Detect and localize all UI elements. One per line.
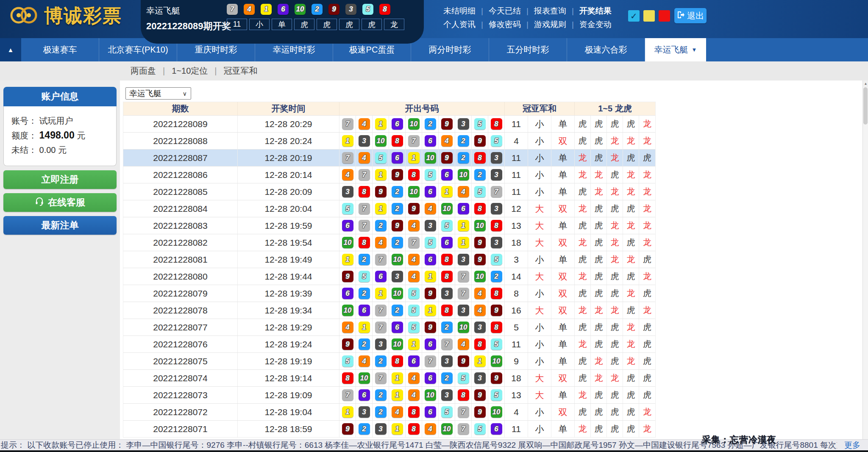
number-ball-8: 8 (342, 372, 353, 384)
table-row[interactable]: 2022122807812-28 19:341067251834916大双龙龙龙… (123, 302, 655, 319)
ball-cell: 8 (406, 404, 422, 420)
game-select-dropdown[interactable]: 幸运飞艇 ∨ (125, 87, 191, 100)
big-small-cell: 大 (528, 268, 551, 285)
menu-item[interactable]: 资金变动 (579, 19, 612, 30)
current-result-box: 虎 (294, 19, 314, 30)
ball-cell: 3 (389, 268, 406, 285)
ball-cell: 6 (422, 404, 439, 420)
dragon-tiger-cell: 龙 (607, 251, 623, 268)
number-ball-1: 1 (359, 322, 370, 333)
table-row[interactable]: 2022122807512-28 19:19542867391109小单虎龙虎龙… (123, 352, 655, 369)
number-ball-1: 1 (408, 338, 420, 350)
big-small-cell: 小 (528, 319, 551, 336)
number-ball-8: 8 (491, 322, 502, 333)
ball-cell: 4 (406, 268, 422, 285)
dragon-tiger-cell: 虎 (639, 251, 655, 268)
number-ball-8: 8 (491, 220, 502, 231)
table-row[interactable]: 2022122807912-28 19:39621105937488小双虎虎虎龙… (123, 285, 655, 302)
subnav-item[interactable]: 1~10定位 (172, 65, 208, 77)
table-row[interactable]: 2022122808912-28 20:297416102935811小单虎虎虎… (123, 115, 655, 132)
subnav-item[interactable]: 两面盘 (131, 65, 156, 77)
ball-cell: 9 (389, 166, 406, 183)
odd-even-cell: 双 (551, 268, 575, 285)
number-ball-2: 2 (392, 186, 403, 197)
big-small-cell: 大 (528, 387, 551, 403)
table-row[interactable]: 2022122808312-28 19:596729435110813大单虎虎龙… (123, 217, 655, 234)
table-row[interactable]: 2022122808712-28 20:197456110928311小单龙虎龙… (123, 149, 655, 166)
ball-cell: 7 (373, 319, 389, 336)
table-row[interactable]: 2022122807412-28 19:148107146253918大双虎龙龙… (123, 369, 655, 386)
dragon-tiger-cell: 龙 (575, 387, 591, 403)
number-ball-7: 7 (441, 338, 453, 350)
number-ball-8: 8 (474, 338, 486, 350)
number-ball-10: 10 (342, 237, 353, 248)
draw-time-cell: 12-28 20:04 (238, 200, 339, 217)
brand-name: 博诚彩票 (44, 3, 122, 28)
draw-time-cell: 12-28 20:09 (238, 183, 339, 200)
period-cell: 20221228085 (123, 183, 238, 200)
number-ball-10: 10 (441, 423, 453, 435)
table-row[interactable]: 2022122807312-28 19:097621410389513大单龙虎虎… (123, 386, 655, 403)
table-row[interactable]: 2022122808512-28 20:093892106145711小单虎龙龙… (123, 183, 655, 200)
dragon-tiger-cell: 龙 (639, 234, 655, 251)
number-ball-9: 9 (491, 372, 502, 384)
number-ball-8: 8 (359, 237, 370, 248)
logout-button[interactable]: 退出 (674, 8, 707, 23)
scroll-up-arrow-icon[interactable]: ▲ (863, 80, 868, 87)
table-row[interactable]: 2022122808612-28 20:144719856102311小单龙龙虎… (123, 166, 655, 183)
menu-item[interactable]: 报表查询 (534, 6, 566, 17)
menu-item[interactable]: 未结明细 (443, 6, 476, 17)
ball-cell: 1 (339, 133, 356, 149)
ball-cell: 3 (488, 150, 505, 166)
ball-cell: 8 (389, 133, 406, 149)
register-button-label: 立即注册 (42, 173, 79, 186)
table-row[interactable]: 2022122807612-28 19:249231016748511小单龙虎虎… (123, 336, 655, 352)
table-row[interactable]: 2022122808012-28 19:449563418710214大双龙虎虎… (123, 268, 655, 285)
ball-cell: 2 (373, 353, 389, 369)
big-small-cell: 小 (528, 336, 551, 352)
big-small-cell: 小 (528, 404, 551, 420)
dragon-tiger-cell: 龙 (639, 217, 655, 234)
dragon-tiger-cell: 龙 (639, 200, 655, 217)
number-ball-9: 9 (491, 305, 502, 316)
menu-item[interactable]: 开奖结果 (579, 6, 612, 17)
subnav-separator: | (163, 66, 165, 76)
ball-cell: 9 (339, 268, 356, 285)
current-result-box: 小 (249, 19, 270, 30)
game-tab[interactable]: 幸运飞艇▼ (645, 38, 706, 61)
table-row[interactable]: 2022122808412-28 20:045712941068312大双龙虎虎… (123, 200, 655, 217)
menu-item[interactable]: 修改密码 (489, 19, 521, 30)
theme-swatch[interactable] (643, 10, 655, 22)
ball-cell: 3 (422, 217, 439, 234)
theme-swatch[interactable] (659, 10, 670, 22)
nav-collapse-button[interactable]: ▲ (0, 38, 21, 61)
number-ball-5: 5 (408, 288, 420, 299)
game-tab[interactable]: 极速六合彩 (567, 38, 645, 61)
scrollbar-thumb[interactable] (863, 87, 868, 125)
table-row[interactable]: 2022122808812-28 20:24131087642954小双虎虎龙龙… (123, 132, 655, 149)
theme-swatch[interactable]: ✓ (628, 10, 640, 22)
table-row[interactable]: 2022122807212-28 19:04132486579104小双虎虎虎虎… (123, 403, 655, 420)
register-button[interactable]: 立即注册 (3, 170, 117, 189)
game-tab[interactable]: 极速赛车 (21, 38, 99, 61)
table-row[interactable]: 2022122808212-28 19:541084275619318大双龙虎龙… (123, 234, 655, 251)
number-ball-4: 4 (408, 220, 420, 231)
vertical-scrollbar[interactable]: ▲ ▼ (862, 80, 868, 450)
game-tab[interactable]: 两分时时彩 (411, 38, 489, 61)
table-row[interactable]: 2022122807712-28 19:29417659210385小单虎虎虎龙… (123, 319, 655, 336)
more-link[interactable]: 更多 (844, 440, 860, 451)
menu-item[interactable]: 游戏规则 (534, 19, 566, 30)
latest-orders-button[interactable]: 最新注单 (3, 216, 117, 235)
table-row[interactable]: 2022122807112-28 18:599231841075611小单龙虎虎… (123, 420, 655, 437)
game-tab[interactable]: 五分时时彩 (489, 38, 567, 61)
menu-item[interactable]: 今天已结 (489, 6, 521, 17)
table-row[interactable]: 2022122808112-28 19:49127104683953小单虎虎龙龙… (123, 251, 655, 268)
ball-cell: 5 (439, 404, 455, 420)
customer-service-button[interactable]: 在线客服 (3, 193, 117, 212)
dragon-tiger-cell: 龙 (591, 166, 607, 183)
subnav-item[interactable]: 冠亚军和 (223, 65, 257, 77)
dragon-tiger-cell: 虎 (623, 370, 639, 386)
dragon-tiger-cell: 虎 (607, 404, 623, 420)
sum-cell: 9 (505, 353, 528, 369)
menu-item[interactable]: 个人资讯 (443, 19, 476, 30)
